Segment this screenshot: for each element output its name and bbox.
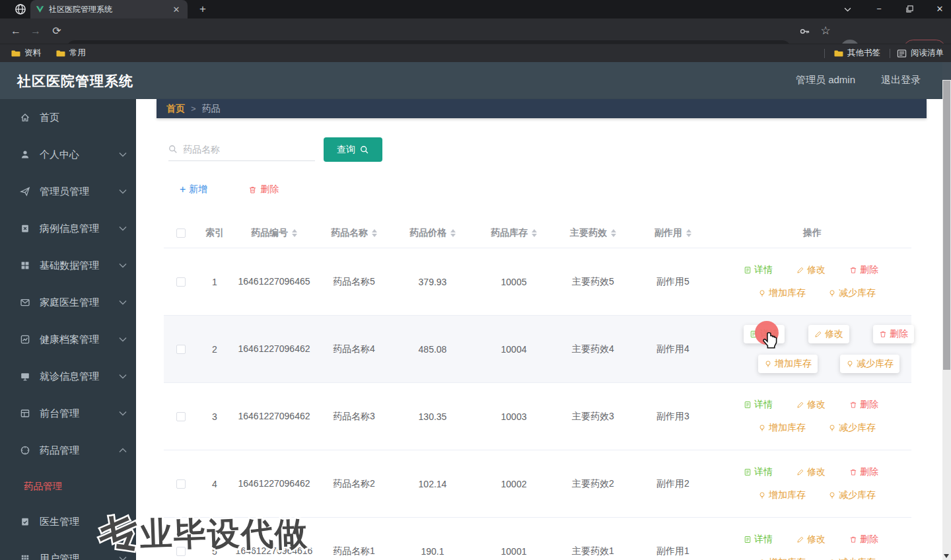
sort-icon[interactable] (372, 229, 377, 237)
case-icon (20, 223, 30, 234)
scrollbar-down-arrow-icon[interactable] (944, 554, 949, 558)
increase-stock-button[interactable]: 增加库存 (758, 489, 806, 501)
col-header-effect[interactable]: 主要药效 (553, 227, 633, 239)
sidebar-item-home[interactable]: 首页 (0, 99, 136, 136)
chart-icon (20, 334, 30, 345)
watermark-text: 专业毕设代做 (98, 503, 308, 559)
password-key-icon[interactable] (796, 23, 812, 39)
trash-icon (849, 468, 857, 476)
pencil-icon (814, 330, 822, 338)
col-header-price[interactable]: 药品价格 (391, 227, 474, 239)
sort-icon[interactable] (532, 229, 537, 237)
decrease-stock-button[interactable]: 减少库存 (840, 355, 899, 373)
edit-button[interactable]: 修改 (808, 325, 849, 343)
select-all-checkbox[interactable] (176, 228, 186, 238)
row-checkbox[interactable] (176, 345, 186, 354)
add-button[interactable]: + 新增 (180, 184, 207, 195)
edit-button[interactable]: 修改 (796, 399, 826, 411)
delete-row-button[interactable]: 删除 (873, 325, 914, 343)
delete-row-button[interactable]: 删除 (849, 534, 878, 545)
col-header-stock[interactable]: 药品库存 (474, 227, 553, 239)
detail-button[interactable]: 详情 (744, 466, 773, 478)
edit-button[interactable]: 修改 (796, 264, 826, 276)
decrease-stock-button[interactable]: 减少库存 (828, 287, 876, 299)
other-bookmarks-label: 其他书签 (847, 48, 880, 59)
document-icon (744, 401, 752, 409)
delete-button[interactable]: 删除 (248, 184, 279, 195)
col-header-code[interactable]: 药品编号 (231, 227, 317, 239)
user-icon (20, 149, 30, 160)
increase-stock-button[interactable]: 增加库存 (758, 557, 806, 560)
sidebar-item-profile[interactable]: 个人中心 (0, 136, 136, 173)
edit-button[interactable]: 修改 (796, 466, 826, 478)
sort-icon[interactable] (686, 229, 691, 237)
scrollbar[interactable] (942, 62, 951, 560)
reading-list[interactable]: 阅读清单 (897, 48, 944, 59)
increase-stock-button[interactable]: 增加库存 (758, 287, 806, 299)
scrollbar-thumb[interactable] (943, 81, 950, 370)
window-minimize-button[interactable]: − (868, 0, 890, 18)
increase-stock-button[interactable]: 增加库存 (758, 422, 806, 434)
sidebar-item-base-data[interactable]: 基础数据管理 (0, 247, 136, 284)
folder-icon (833, 49, 843, 57)
sidebar-item-case-info[interactable]: 病例信息管理 (0, 210, 136, 247)
bookmark-folder-2[interactable]: 常用 (55, 48, 86, 59)
row-checkbox[interactable] (176, 479, 186, 489)
row-checkbox[interactable] (176, 412, 186, 421)
bookmark-folder-1[interactable]: 资料 (11, 48, 41, 59)
window-maximize-button[interactable] (898, 0, 921, 18)
bookmarks-divider (890, 49, 890, 58)
decrease-stock-button[interactable]: 减少库存 (828, 557, 876, 560)
forward-icon[interactable]: → (28, 23, 44, 39)
decrease-stock-button[interactable]: 减少库存 (828, 489, 876, 501)
breadcrumb-home-link[interactable]: 首页 (166, 103, 185, 115)
trash-icon (849, 401, 857, 409)
search-input[interactable] (183, 144, 305, 155)
other-bookmarks[interactable]: 其他书签 (833, 48, 880, 59)
breadcrumb-current: 药品 (202, 103, 221, 115)
query-button[interactable]: 查询 (324, 137, 382, 162)
edit-button[interactable]: 修改 (796, 534, 826, 545)
sort-icon[interactable] (292, 229, 297, 237)
sidebar-subitem-drug-mgmt-active[interactable]: 药品管理 (0, 469, 136, 503)
sort-icon[interactable] (450, 229, 456, 237)
table-header-row: 索引 药品编号 药品名称 药品价格 药品库存 主要药效 副作用 操作 (164, 219, 911, 248)
vue-favicon (36, 5, 44, 13)
delete-row-button[interactable]: 删除 (849, 264, 878, 276)
chevron-down-icon (119, 152, 127, 157)
sort-icon[interactable] (611, 229, 616, 237)
bulb-icon (758, 491, 766, 499)
delete-row-button[interactable]: 删除 (849, 466, 878, 478)
delete-row-button[interactable]: 删除 (849, 399, 878, 411)
sidebar-item-frontdesk[interactable]: 前台管理 (0, 395, 136, 432)
back-icon[interactable]: ← (8, 23, 24, 39)
decrease-stock-button[interactable]: 减少库存 (828, 422, 876, 434)
grid-icon (20, 260, 30, 271)
trash-icon (248, 186, 257, 194)
col-header-side[interactable]: 副作用 (633, 227, 713, 239)
col-header-name[interactable]: 药品名称 (317, 227, 391, 239)
bookmark-star-icon[interactable]: ☆ (818, 23, 833, 39)
scrollbar-top-segment (942, 62, 951, 80)
sidebar-item-admin-mgmt[interactable]: 管理员管理 (0, 173, 136, 210)
row-checkbox[interactable] (176, 277, 186, 287)
new-tab-button[interactable]: + (195, 2, 210, 17)
logout-link[interactable]: 退出登录 (881, 74, 921, 87)
detail-button[interactable]: 详情 (744, 534, 773, 545)
sidebar-item-visit-info[interactable]: 就诊信息管理 (0, 358, 136, 395)
window-close-button[interactable]: ✕ (929, 0, 951, 18)
increase-stock-button[interactable]: 增加库存 (758, 355, 818, 373)
current-user-label: 管理员 admin (796, 74, 855, 87)
monitor-icon (20, 371, 30, 382)
sidebar-item-drug-mgmt[interactable]: 药品管理 (0, 432, 136, 469)
drug-name-search-field[interactable] (168, 137, 315, 161)
sidebar-item-family-doctor[interactable]: 家庭医生管理 (0, 284, 136, 321)
tab-search-chevron-icon[interactable] (836, 0, 859, 18)
detail-button[interactable]: 详情 (744, 264, 773, 276)
browser-tab[interactable]: 社区医院管理系统 ✕ (30, 0, 188, 18)
sidebar-item-health-records[interactable]: 健康档案管理 (0, 321, 136, 358)
pencil-icon (796, 401, 804, 409)
detail-button[interactable]: 详情 (744, 399, 773, 411)
reload-icon[interactable]: ⟳ (49, 23, 65, 39)
tab-close-icon[interactable]: ✕ (170, 5, 182, 15)
